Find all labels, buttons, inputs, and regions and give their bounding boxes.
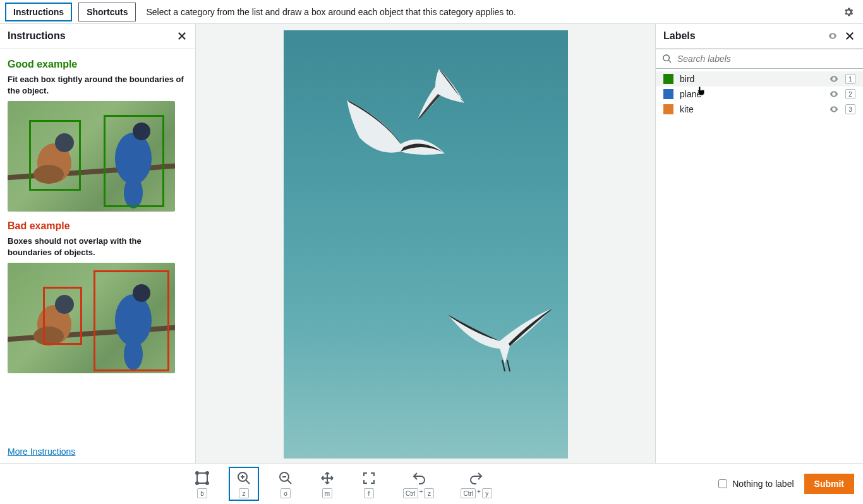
svg-point-2: [206, 472, 208, 474]
tool-shortcut: Ctrl+y: [461, 488, 492, 498]
bad-example-heading: Bad example: [8, 220, 188, 232]
label-visibility-icon[interactable]: [829, 104, 839, 114]
labels-list: bird 1 plane 2 kite 3: [656, 69, 863, 119]
label-shortcut-key: 1: [845, 74, 855, 84]
instructions-panel: Instructions Good example Fit each box t…: [0, 24, 196, 463]
instructions-panel-title: Instructions: [8, 30, 66, 42]
labels-search-row: [656, 49, 863, 69]
tool-zoom-out[interactable]: o: [270, 467, 301, 501]
submit-button[interactable]: Submit: [804, 474, 854, 494]
tool-shortcut: m: [322, 488, 332, 498]
bbox-good-right: [104, 115, 164, 207]
zoom-out-icon: [278, 471, 293, 486]
label-shortcut-key: 2: [845, 89, 855, 99]
bird-in-image: [442, 289, 555, 378]
label-row-plane[interactable]: plane 2: [656, 87, 863, 102]
svg-point-1: [196, 472, 198, 474]
instructions-tab-button[interactable]: Instructions: [5, 3, 72, 21]
move-icon: [320, 471, 335, 486]
label-name: plane: [680, 89, 823, 99]
redo-icon: [469, 471, 484, 486]
top-bar: Instructions Shortcuts Select a category…: [0, 0, 863, 24]
bad-example-text: Boxes should not overlap with the bounda…: [8, 236, 188, 258]
search-icon: [662, 54, 672, 64]
undo-icon: [411, 471, 426, 486]
label-visibility-icon[interactable]: [829, 89, 839, 99]
labels-panel-title: Labels: [663, 30, 696, 42]
label-visibility-icon[interactable]: [829, 74, 839, 84]
shortcuts-tab-button[interactable]: Shortcuts: [78, 3, 136, 21]
fit-screen-icon: [361, 471, 377, 486]
nothing-to-label-checkbox[interactable]: Nothing to label: [718, 479, 794, 489]
labels-panel: Labels bird 1 plane 2: [656, 24, 863, 463]
bbox-good-left: [29, 120, 81, 191]
nothing-to-label-input[interactable]: [718, 479, 727, 488]
tool-redo[interactable]: Ctrl+y: [453, 467, 499, 501]
svg-line-10: [287, 480, 291, 484]
bbox-bad-right: [94, 270, 169, 371]
label-swatch: [663, 74, 673, 84]
label-row-kite[interactable]: kite 3: [656, 102, 863, 117]
svg-point-4: [206, 482, 208, 484]
label-row-bird[interactable]: bird 1: [656, 71, 863, 87]
bounding-box-icon: [195, 471, 210, 486]
tool-fit[interactable]: f: [354, 467, 384, 501]
close-labels-icon[interactable]: [844, 30, 855, 42]
settings-gear-icon[interactable]: [843, 6, 854, 18]
annotation-canvas-area[interactable]: [196, 24, 656, 463]
more-instructions-link[interactable]: More Instructions: [0, 440, 195, 463]
toggle-visibility-all-icon[interactable]: [828, 31, 838, 41]
task-prompt-text: Select a category from the list and draw…: [142, 7, 836, 17]
good-example-heading: Good example: [8, 59, 188, 70]
tool-pan[interactable]: m: [312, 467, 342, 501]
label-swatch: [663, 104, 673, 114]
good-example-image: [8, 101, 175, 212]
label-name: kite: [680, 104, 823, 114]
bird-in-image: [410, 65, 470, 125]
tool-shortcut: o: [281, 488, 291, 498]
bbox-bad-left: [43, 287, 82, 345]
tool-undo[interactable]: Ctrl+z: [395, 467, 442, 501]
tool-shortcut: f: [364, 488, 374, 498]
close-instructions-icon[interactable]: [176, 30, 188, 42]
labels-search-input[interactable]: [677, 54, 857, 64]
nothing-to-label-text: Nothing to label: [732, 479, 794, 489]
tool-shortcut: z: [239, 488, 249, 498]
task-image[interactable]: [284, 30, 568, 459]
good-example-text: Fit each box tightly around the boundari…: [8, 74, 188, 96]
label-name: bird: [680, 74, 823, 84]
label-shortcut-key: 3: [845, 104, 855, 114]
tool-box[interactable]: b: [187, 467, 217, 501]
tool-shortcut: Ctrl+z: [403, 488, 434, 498]
zoom-in-icon: [236, 471, 251, 486]
tool-shortcut: b: [197, 488, 207, 498]
tool-zoom-in[interactable]: z: [229, 467, 259, 501]
bottom-toolbar: b z o m f Ctrl+z Ctrl+y Nothing t: [0, 463, 863, 504]
bad-example-image: [8, 263, 175, 373]
svg-rect-0: [197, 473, 207, 483]
svg-line-6: [246, 480, 250, 484]
label-swatch: [663, 89, 673, 99]
svg-point-3: [196, 482, 198, 484]
